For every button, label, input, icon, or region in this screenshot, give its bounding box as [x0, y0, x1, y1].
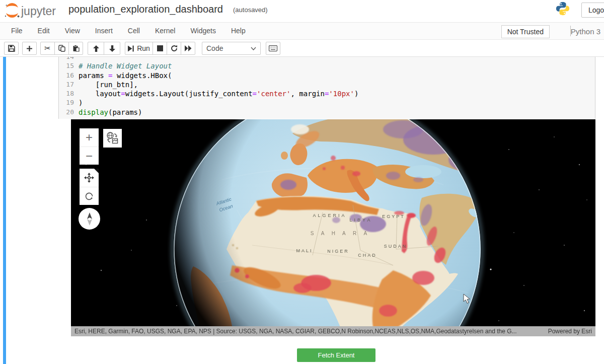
toggle-2d-3d-button[interactable] [103, 129, 122, 148]
copy-cell-button[interactable] [54, 42, 69, 55]
add-cell-icon [26, 45, 33, 52]
line-number: 16 [59, 71, 74, 80]
menu-edit[interactable]: Edit [34, 23, 54, 39]
move-cell-up-button[interactable] [88, 42, 104, 55]
move-cell-down-button[interactable] [104, 42, 120, 55]
menu-file[interactable]: File [7, 23, 27, 39]
restart-icon [171, 45, 178, 52]
menu-bar: FileEditViewInsertCellKernelWidgetsHelp … [0, 22, 604, 40]
add-cell-button[interactable] [22, 42, 37, 55]
copy-icon [58, 45, 65, 52]
code-line [74, 57, 79, 61]
code-line: # Handle Widget Layout [74, 61, 172, 70]
notebook-toolbar: ✂ Run Code [0, 40, 604, 57]
menu-cell[interactable]: Cell [124, 23, 144, 39]
code-line: ) [74, 98, 83, 107]
line-number: 14 [59, 57, 74, 61]
zoom-out-button[interactable]: − [80, 147, 99, 165]
code-cell[interactable]: 1415# Handle Widget Layout16params = wid… [58, 57, 595, 119]
python-logo-icon [555, 1, 570, 18]
menu-view[interactable]: View [61, 23, 84, 39]
cell-type-select[interactable]: Code [202, 42, 261, 55]
menu-insert[interactable]: Insert [91, 23, 117, 39]
compass-button[interactable] [79, 208, 100, 230]
menu-kernel[interactable]: Kernel [151, 23, 179, 39]
flyout-corner [94, 169, 99, 173]
zoom-widget: + − [80, 128, 99, 165]
globe-map-view[interactable]: Atlantic Ocean ALGERIALIBYAEGYPTS A H A … [71, 119, 595, 326]
run-button-label: Run [137, 44, 150, 52]
plus-icon: + [86, 131, 93, 143]
fetch-extent-button[interactable]: Fetch Extent [297, 348, 375, 362]
code-line: params = widgets.HBox( [74, 71, 172, 80]
trust-status-button[interactable]: Not Trusted [501, 25, 550, 38]
compass-needle-icon [85, 212, 95, 226]
stop-icon [157, 45, 163, 51]
rotate-icon [84, 191, 94, 201]
code-line: layout=widgets.Layout(justify_content='c… [74, 89, 358, 98]
move-down-icon [109, 45, 115, 52]
jupyter-planet-icon [5, 3, 20, 18]
attribution-sources: Esri, HERE, Garmin, FAO, USGS, NGA, EPA,… [74, 328, 517, 335]
code-editor[interactable]: 1415# Handle Widget Layout16params = wid… [58, 57, 595, 119]
move-up-icon [93, 45, 99, 52]
logout-button[interactable]: Logout [581, 3, 604, 18]
selected-cell-indicator [3, 57, 6, 364]
save-button[interactable] [4, 42, 19, 55]
kernel-name: Python 3 [571, 27, 600, 36]
map-attribution-bar: Esri, HERE, Garmin, FAO, USGS, NGA, EPA,… [71, 326, 595, 336]
navigation-widget [80, 169, 99, 205]
jupyter-logo-text: jupyter [21, 5, 56, 18]
powered-by-esri-link[interactable]: Powered by Esri [533, 328, 592, 335]
cell-type-value: Code [206, 44, 251, 52]
menu-widgets[interactable]: Widgets [186, 23, 220, 39]
line-number: 18 [59, 89, 74, 98]
notebook-title[interactable]: population_exploration_dashboard [68, 4, 223, 15]
restart-run-all-button[interactable] [181, 42, 195, 55]
fast-forward-icon [185, 45, 192, 51]
map-output-area: Atlantic Ocean ALGERIALIBYAEGYPTS A H A … [71, 119, 595, 336]
pan-button[interactable] [80, 169, 99, 187]
line-number: 20 [59, 108, 74, 117]
globe-map-toggle-icon [106, 131, 119, 145]
rotate-button[interactable] [80, 187, 99, 205]
globe-3d-scene [71, 119, 595, 326]
code-line: [run_btn], [74, 80, 138, 89]
run-icon [128, 45, 134, 52]
autosave-status: (autosaved) [233, 6, 268, 14]
run-cell-button[interactable]: Run [125, 42, 153, 55]
restart-kernel-button[interactable] [167, 42, 181, 55]
line-number: 19 [59, 98, 74, 107]
zoom-in-button[interactable]: + [80, 128, 99, 147]
menu-help[interactable]: Help [227, 23, 250, 39]
line-number: 15 [59, 61, 74, 70]
interrupt-kernel-button[interactable] [153, 42, 167, 55]
paste-icon [72, 45, 80, 52]
notebook-header: jupyter population_exploration_dashboard… [0, 0, 604, 22]
limb-shadow [174, 119, 481, 326]
pan-icon [84, 172, 95, 183]
minus-icon: − [86, 150, 93, 162]
line-number: 17 [59, 80, 74, 89]
dropdown-chevron-icon [251, 47, 256, 50]
jupyter-logo[interactable]: jupyter [4, 3, 63, 19]
code-line: display(params) [74, 108, 142, 117]
cut-icon: ✂ [44, 44, 51, 53]
command-palette-button[interactable] [266, 42, 280, 55]
paste-cell-button[interactable] [68, 42, 83, 55]
keyboard-icon [269, 45, 277, 51]
cut-cell-button[interactable]: ✂ [40, 42, 55, 55]
save-icon [8, 45, 15, 52]
